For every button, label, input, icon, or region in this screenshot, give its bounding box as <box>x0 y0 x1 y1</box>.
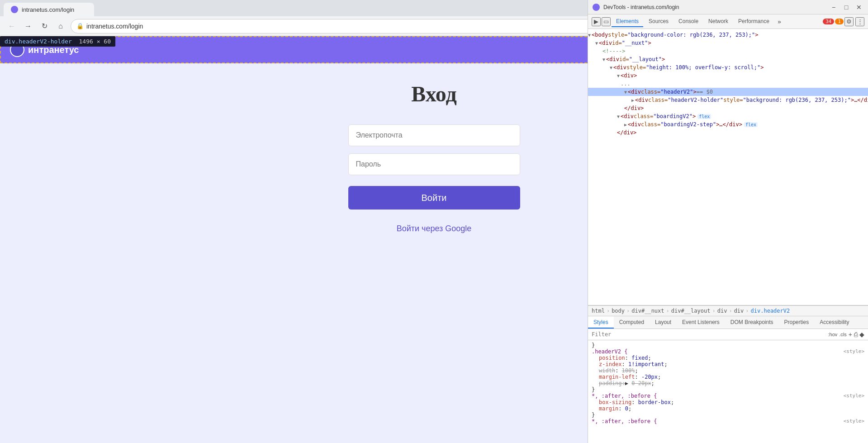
css-prop-margin-left: margin-left: -20px; <box>592 374 864 380</box>
pseudo-filter-button[interactable]: :hov <box>828 332 838 337</box>
address-text: intranetus.com/login <box>86 23 143 30</box>
dom-tree[interactable]: ▼ <body style="background-color: rgb(236… <box>588 36 868 305</box>
styles-tabs: Styles Computed Layout Event Listeners D… <box>588 316 868 329</box>
copy-style-button[interactable]: ⎙ <box>854 331 858 338</box>
css-prop-position: position: fixed; <box>592 355 864 361</box>
css-source-3: <style> <box>844 418 864 424</box>
login-form: Войти Войти через Google <box>348 124 520 240</box>
css-rule-close: } <box>592 342 864 348</box>
add-style-button[interactable]: + <box>849 331 852 338</box>
breadcrumb-div1[interactable]: div <box>717 308 727 314</box>
styles-tab-event[interactable]: Event Listeners <box>677 316 725 329</box>
css-prop-boxsizing: box-sizing: border-box; <box>592 399 864 405</box>
dom-breadcrumb: html › body › div#__nuxt › div#__layout … <box>588 305 868 316</box>
dom-line-comment[interactable]: <!----> <box>588 47 868 55</box>
dom-line-div[interactable]: ▼ <div> <box>588 71 868 80</box>
devtools-panel: DevTools - intranetus.com/login − □ ✕ ▶ … <box>588 36 868 443</box>
css-selector-headerv2: .headerV2 { <box>592 348 627 355</box>
breadcrumb-div2[interactable]: div <box>734 308 744 314</box>
dom-line-headerv2[interactable]: ▼ <div class="headerV2" > == $0 <box>588 88 868 96</box>
tab-favicon <box>11 6 18 13</box>
breadcrumb-nuxt[interactable]: div#__nuxt <box>631 308 664 314</box>
styles-panel: Styles Computed Layout Event Listeners D… <box>588 316 868 443</box>
breadcrumb-html[interactable]: html <box>592 308 605 314</box>
styles-tab-dom[interactable]: DOM Breakpoints <box>725 316 779 329</box>
shadow-style-button[interactable]: ◆ <box>859 331 864 338</box>
forward-button[interactable]: → <box>22 20 34 33</box>
dom-line-scroll-div[interactable]: ▼ <div style="height: 100%; overflow-y: … <box>588 63 868 71</box>
css-prop-margin: margin: 0; <box>592 405 864 412</box>
tooltip-size: 1496 × 60 <box>79 38 111 45</box>
back-button[interactable]: ← <box>5 20 18 33</box>
element-tooltip: div.headerV2-holder 1496 × 60 <box>0 36 115 47</box>
tooltip-tag: div.headerV2-holder <box>5 38 72 45</box>
lock-icon: 🔒 <box>76 23 84 29</box>
email-input[interactable] <box>348 124 520 146</box>
google-login-button[interactable]: Войти через Google <box>348 217 520 240</box>
dom-line-layout[interactable]: ▼ <div id="__layout" > <box>588 55 868 63</box>
styles-filter-input[interactable] <box>592 331 826 338</box>
cls-filter-button[interactable]: .cls <box>839 332 847 337</box>
css-prop-width: width: 100%; <box>592 367 864 374</box>
browser-tab[interactable]: intranetus.com/login <box>4 3 94 16</box>
css-rule-universal2: *, :after, :before { <style> <box>592 418 864 424</box>
dom-line-close-boarding[interactable]: </div> <box>588 129 868 137</box>
styles-tab-props[interactable]: Properties <box>779 316 815 329</box>
dom-ellipsis: ... <box>588 80 868 88</box>
password-input[interactable] <box>348 153 520 175</box>
dom-line-holder[interactable]: ▶ <div class="headerV2-holder" style="ba… <box>588 96 868 104</box>
browser-window: intranetus.com/login ← → ↻ ⌂ 🔒 intranetu… <box>0 0 868 443</box>
dom-line-boardingv2[interactable]: ▼ <div class="boardingV2" > flex <box>588 112 868 120</box>
login-button[interactable]: Войти <box>348 186 520 210</box>
css-source-2: <style> <box>844 393 864 399</box>
styles-tab-access[interactable]: Accessibility <box>814 316 854 329</box>
styles-content: } .headerV2 { <style> position: fixed; z… <box>588 340 868 443</box>
breadcrumb-headerv2[interactable]: div.headerV2 <box>751 308 790 314</box>
dom-line-boarding-step[interactable]: ▶ <div class="boardingV2-step" >…</div> … <box>588 120 868 129</box>
css-prop-padding: padding:▶ 0 20px; <box>592 380 864 386</box>
browser-content: div.headerV2-holder 1496 × 60 интранетус… <box>0 36 868 443</box>
styles-tab-computed[interactable]: Computed <box>614 316 650 329</box>
home-button[interactable]: ⌂ <box>54 20 67 33</box>
login-title: Вход <box>411 81 456 106</box>
css-rule-headerv2: .headerV2 { <style> position: fixed; z-i… <box>592 348 864 393</box>
styles-tab-layout[interactable]: Layout <box>650 316 677 329</box>
css-rule-universal: *, :after, :before { <style> box-sizing:… <box>592 393 864 418</box>
css-selector-universal2: *, :after, :before { <box>592 418 657 424</box>
css-selector-universal: *, :after, :before { <box>592 393 657 399</box>
dom-line-close-headerv2[interactable]: </div> <box>588 104 868 112</box>
css-source-1: <style> <box>844 348 864 354</box>
breadcrumb-layout[interactable]: div#__layout <box>671 308 711 314</box>
dom-line-nuxt[interactable]: ▼ <div id="__nuxt" > <box>588 39 868 47</box>
styles-filter-bar: :hov .cls + ⎙ ◆ <box>588 329 868 340</box>
reload-button[interactable]: ↻ <box>38 20 51 33</box>
css-prop-zindex: z-index: 1!important; <box>592 361 864 367</box>
styles-tab-styles[interactable]: Styles <box>588 316 614 329</box>
breadcrumb-body[interactable]: body <box>612 308 625 314</box>
tab-title: intranetus.com/login <box>22 6 74 13</box>
